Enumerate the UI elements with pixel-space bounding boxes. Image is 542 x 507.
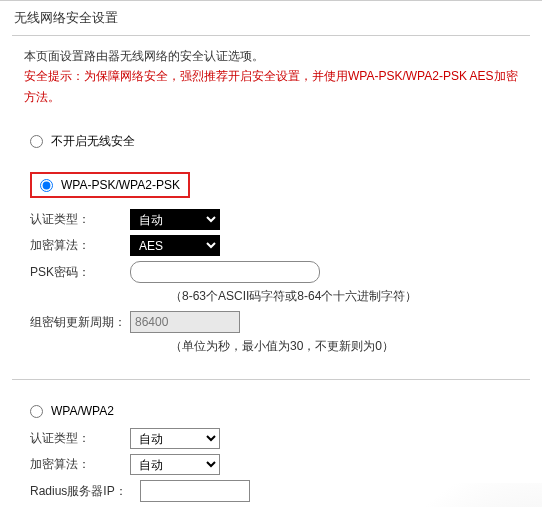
- radio-none[interactable]: [30, 135, 43, 148]
- psk-gk-label: 组密钥更新周期：: [30, 314, 130, 331]
- wpa-radiusip-row: Radius服务器IP：: [30, 480, 542, 502]
- wpa-radiusip-input[interactable]: [140, 480, 250, 502]
- wpa-enc-label: 加密算法：: [30, 456, 130, 473]
- psk-gk-row: 组密钥更新周期：: [30, 311, 542, 333]
- radio-wpa[interactable]: [30, 405, 43, 418]
- wpa-radiusip-label: Radius服务器IP：: [30, 483, 140, 500]
- psk-highlight: WPA-PSK/WPA2-PSK: [30, 172, 190, 198]
- psk-enc-select[interactable]: AES: [130, 235, 220, 256]
- psk-pwd-label: PSK密码：: [30, 264, 130, 281]
- option-none: 不开启无线安全: [0, 119, 542, 172]
- intro-text: 本页面设置路由器无线网络的安全认证选项。: [24, 46, 518, 66]
- psk-enc-row: 加密算法： AES: [30, 235, 542, 256]
- wpa-auth-select[interactable]: 自动: [130, 428, 220, 449]
- intro-block: 本页面设置路由器无线网络的安全认证选项。 安全提示：为保障网络安全，强烈推荐开启…: [0, 36, 542, 119]
- radio-none-label: 不开启无线安全: [51, 133, 135, 150]
- psk-gk-hint: （单位为秒，最小值为30，不更新则为0）: [170, 338, 542, 355]
- psk-gk-input[interactable]: [130, 311, 240, 333]
- psk-auth-select[interactable]: 自动: [130, 209, 220, 230]
- wpa-auth-row: 认证类型： 自动: [30, 428, 542, 449]
- radio-psk-label: WPA-PSK/WPA2-PSK: [61, 178, 180, 192]
- security-tip: 安全提示：为保障网络安全，强烈推荐开启安全设置，并使用WPA-PSK/WPA2-…: [24, 66, 518, 107]
- radio-wpa-row[interactable]: WPA/WPA2: [30, 404, 542, 422]
- panel-title: 无线网络安全设置: [0, 1, 542, 35]
- radio-psk[interactable]: [40, 179, 53, 192]
- psk-pwd-hint: （8-63个ASCII码字符或8-64个十六进制字符）: [170, 288, 542, 305]
- radio-wpa-label: WPA/WPA2: [51, 404, 114, 418]
- option-wpa: WPA/WPA2 认证类型： 自动 加密算法： 自动 Radius服务器IP： …: [0, 394, 542, 507]
- radio-none-row[interactable]: 不开启无线安全: [30, 129, 542, 154]
- psk-pwd-input[interactable]: [130, 261, 320, 283]
- psk-auth-row: 认证类型： 自动: [30, 209, 542, 230]
- psk-enc-label: 加密算法：: [30, 237, 130, 254]
- wpa-auth-label: 认证类型：: [30, 430, 130, 447]
- wpa-enc-select[interactable]: 自动: [130, 454, 220, 475]
- psk-pwd-row: PSK密码：: [30, 261, 542, 283]
- psk-auth-label: 认证类型：: [30, 211, 130, 228]
- wpa-enc-row: 加密算法： 自动: [30, 454, 542, 475]
- option-psk: WPA-PSK/WPA2-PSK 认证类型： 自动 加密算法： AES PSK密…: [0, 172, 542, 365]
